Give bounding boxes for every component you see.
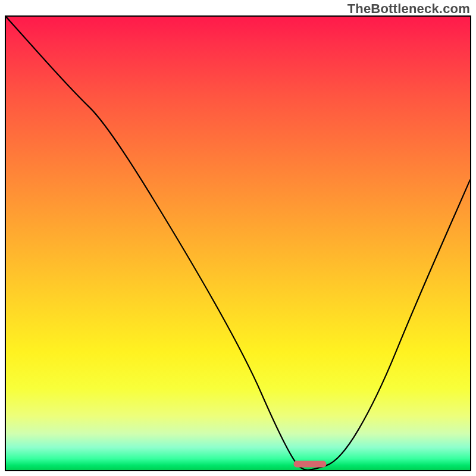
bottleneck-curve xyxy=(6,17,470,470)
chart-frame xyxy=(5,15,471,471)
optimal-marker xyxy=(294,461,327,467)
watermark-text: TheBottleneck.com xyxy=(347,1,470,17)
chart-svg xyxy=(6,17,470,470)
